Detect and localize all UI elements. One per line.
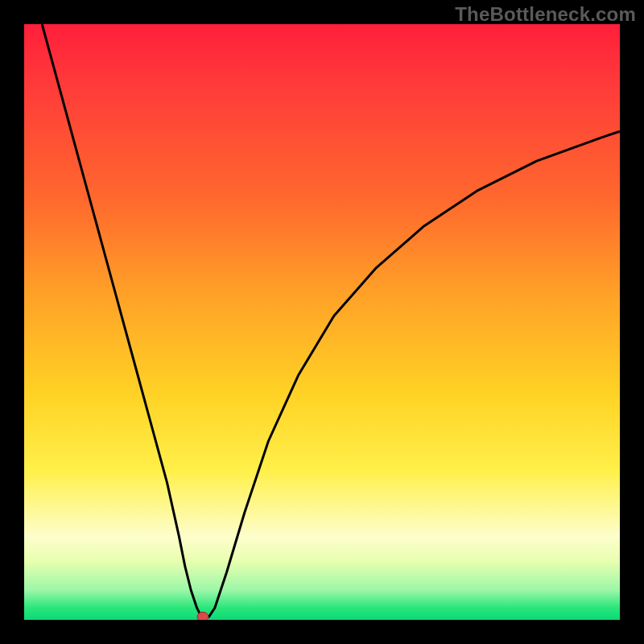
bottleneck-curve <box>42 24 620 617</box>
watermark-label: TheBottleneck.com <box>455 3 636 26</box>
optimal-point-marker <box>197 612 208 620</box>
plot-area <box>24 24 620 620</box>
chart-frame: TheBottleneck.com <box>0 0 644 644</box>
plot-svg <box>24 24 620 620</box>
